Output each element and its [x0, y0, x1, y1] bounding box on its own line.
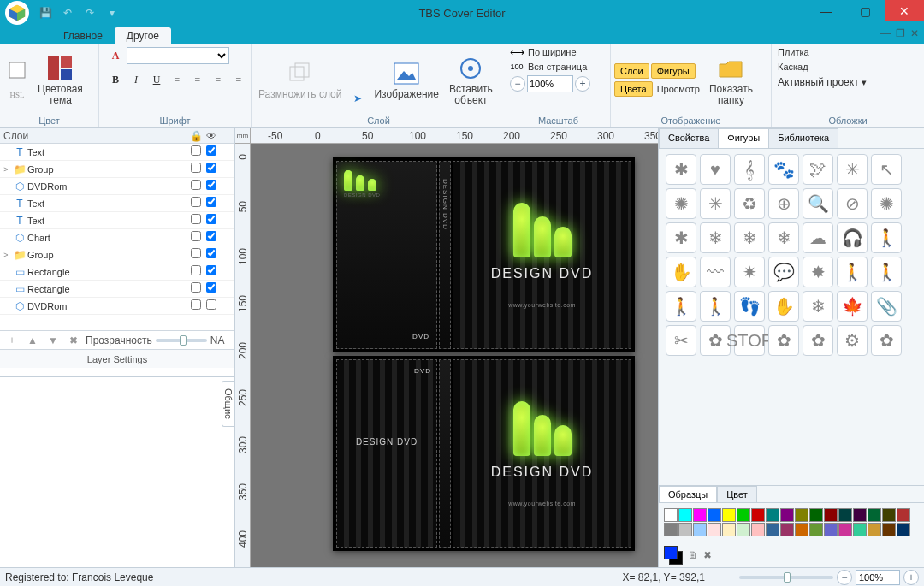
swatch[interactable] [897, 508, 910, 522]
swatch[interactable] [780, 508, 794, 522]
layer-visible[interactable] [206, 180, 216, 190]
shape-item[interactable]: 🍁 [837, 291, 868, 322]
layer-visible[interactable] [206, 231, 216, 241]
shape-item[interactable]: 🚶 [871, 222, 902, 253]
shape-item[interactable]: ✳ [837, 154, 868, 185]
layer-lock[interactable] [191, 248, 201, 258]
layer-down-icon[interactable]: ▼ [44, 332, 62, 349]
common-tab[interactable]: Общие [222, 381, 234, 427]
colors-toggle[interactable]: Цвета [614, 81, 653, 97]
swatch[interactable] [708, 523, 721, 536]
layer-row[interactable]: >📁Group [0, 246, 234, 263]
tab-color[interactable]: Цвет [717, 486, 757, 502]
layer-add-icon[interactable]: ＋ [3, 332, 21, 349]
layer-visible[interactable] [206, 163, 216, 173]
doc-icon[interactable]: 🗎 [688, 549, 698, 561]
font-color-button[interactable]: A [106, 46, 125, 65]
layer-visible[interactable] [206, 265, 216, 275]
tab-library[interactable]: Библиотека [768, 128, 838, 148]
tab-other[interactable]: Другое [115, 27, 171, 44]
fit-width-button[interactable]: По ширине [525, 46, 579, 58]
color-theme-button[interactable]: Цветовая тема [34, 53, 86, 108]
shape-item[interactable]: ⊕ [768, 188, 799, 219]
shape-item[interactable]: 📎 [871, 291, 902, 322]
layer-visible[interactable] [206, 299, 216, 310]
layer-row[interactable]: ⬡DVDRom [0, 178, 234, 195]
shape-item[interactable]: 𝄞 [734, 154, 765, 185]
swatch[interactable] [751, 508, 765, 522]
show-folder-button[interactable]: Показать папку [706, 53, 756, 108]
shape-item[interactable]: ✺ [666, 188, 696, 219]
mdi-minimize-icon[interactable]: — [880, 27, 891, 39]
shape-item[interactable]: 🚶 [871, 257, 902, 287]
shapes-toggle[interactable]: Фигуры [651, 63, 696, 79]
preview-button[interactable]: Просмотр [654, 83, 702, 95]
tab-samples[interactable]: Образцы [659, 486, 717, 502]
shape-item[interactable]: 🎧 [837, 222, 868, 253]
layer-lock[interactable] [191, 197, 201, 207]
align-left-icon[interactable]: ≡ [168, 70, 187, 89]
active-project-button[interactable]: Активный проект ▾ [775, 75, 869, 89]
swatch[interactable] [838, 508, 852, 522]
tab-shapes[interactable]: Фигуры [718, 128, 769, 148]
layer-row[interactable]: TText [0, 212, 234, 229]
layer-lock[interactable] [191, 231, 201, 241]
image-button[interactable]: Изображение [370, 58, 442, 102]
shape-item[interactable]: 🐾 [768, 154, 799, 185]
swatch[interactable] [795, 508, 808, 522]
zoom-value[interactable] [856, 570, 900, 585]
shape-item[interactable]: ♥ [700, 154, 731, 185]
shape-item[interactable]: ✱ [666, 222, 696, 253]
layer-visible[interactable] [206, 282, 216, 293]
canvas[interactable]: DESIGN DVD DVD DESIGN DVD DESIGN DVD www… [251, 144, 658, 567]
close-button[interactable]: ✕ [885, 0, 924, 21]
zoom-out-button[interactable]: − [837, 570, 852, 585]
align-center-icon[interactable]: ≡ [188, 70, 207, 89]
duplicate-layer-button[interactable]: Размножить слой [255, 58, 345, 102]
shape-item[interactable]: 🚶 [837, 257, 868, 287]
swatch[interactable] [853, 508, 867, 522]
layer-settings-header[interactable]: Layer Settings [0, 349, 234, 368]
align-right-icon[interactable]: ≡ [209, 70, 228, 89]
layer-row[interactable]: ⬡Chart [0, 229, 234, 246]
font-family-select[interactable] [127, 47, 229, 64]
qat-more-icon[interactable]: ▾ [104, 5, 120, 21]
app-menu[interactable] [0, 0, 34, 26]
swatch[interactable] [795, 523, 808, 536]
swatch[interactable] [751, 523, 765, 536]
shape-item[interactable]: 🚶 [666, 291, 696, 322]
bold-button[interactable]: B [106, 70, 125, 89]
swatch[interactable] [664, 523, 678, 536]
swatch[interactable] [868, 508, 881, 522]
shape-item[interactable]: 🕊 [803, 154, 833, 185]
mdi-restore-icon[interactable]: ❐ [896, 27, 905, 39]
tab-main[interactable]: Главное [51, 27, 115, 44]
swatch[interactable] [882, 523, 896, 536]
swatch[interactable] [708, 508, 721, 522]
qat-redo-icon[interactable]: ↷ [82, 5, 98, 21]
shape-item[interactable]: ❄ [734, 222, 765, 253]
layer-lock[interactable] [191, 299, 201, 310]
delete-icon[interactable]: ✖ [703, 549, 712, 561]
layer-visible[interactable] [206, 145, 216, 156]
layer-visible[interactable] [206, 248, 216, 258]
shape-item[interactable]: ✂ [666, 325, 696, 356]
swatch[interactable] [809, 508, 823, 522]
shape-item[interactable]: ✿ [871, 325, 902, 356]
swatch[interactable] [868, 523, 881, 536]
shape-item[interactable]: 🔍 [803, 188, 833, 219]
layer-up-icon[interactable]: ▲ [24, 332, 41, 349]
layer-lock[interactable] [191, 265, 201, 275]
shape-item[interactable]: ↖ [871, 154, 902, 185]
zoom-input[interactable] [527, 75, 573, 92]
shape-item[interactable]: 🚶 [700, 291, 731, 322]
shape-item[interactable]: ✋ [666, 257, 696, 287]
swatch[interactable] [897, 523, 910, 536]
zoom-slider[interactable] [739, 576, 833, 579]
pointer-tool-icon[interactable]: ➤ [348, 90, 367, 109]
swatch[interactable] [722, 508, 736, 522]
shape-item[interactable]: ✿ [768, 325, 799, 356]
shape-item[interactable]: ✋ [768, 291, 799, 322]
opacity-slider[interactable] [156, 339, 207, 342]
align-justify-icon[interactable]: ≡ [229, 70, 248, 89]
